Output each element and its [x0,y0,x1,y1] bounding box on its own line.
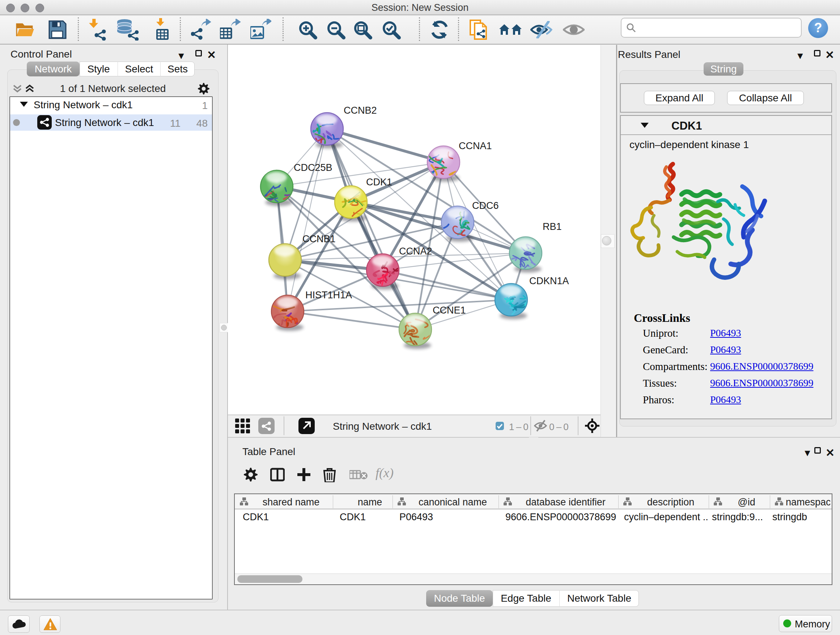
svg-text:CCNA2: CCNA2 [399,246,432,257]
svg-text:HIST1H1A: HIST1H1A [305,290,352,301]
svg-text:RB1: RB1 [543,221,562,232]
svg-text:CDK1: CDK1 [366,177,392,187]
svg-text:CDC6: CDC6 [472,200,499,211]
svg-text:CCNE1: CCNE1 [433,305,466,316]
svg-text:CCNB1: CCNB1 [302,233,336,244]
svg-text:CCNB2: CCNB2 [344,105,377,116]
svg-text:CDC25B: CDC25B [294,162,332,173]
svg-text:CCNA1: CCNA1 [459,141,492,151]
svg-text:CDKN1A: CDKN1A [529,276,569,287]
